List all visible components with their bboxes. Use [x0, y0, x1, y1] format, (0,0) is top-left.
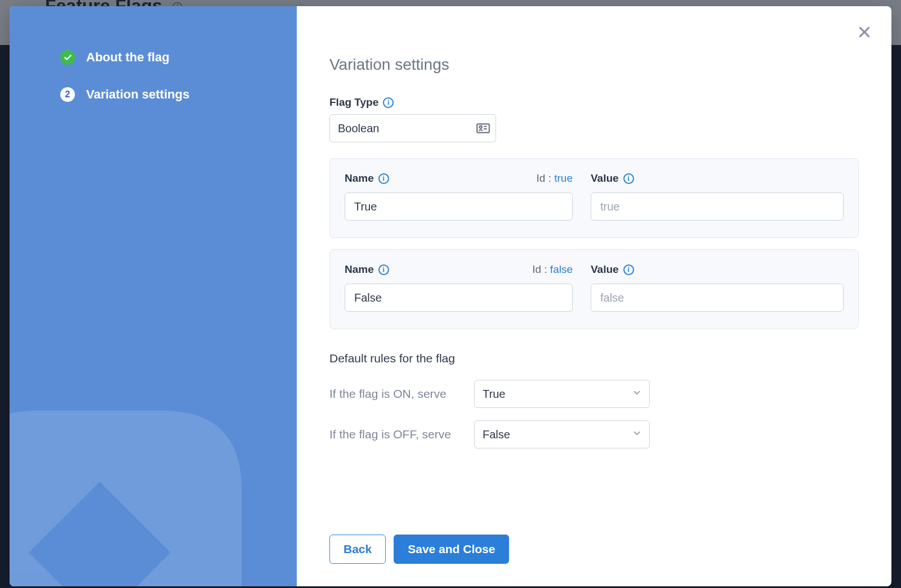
- step-label: Variation settings: [86, 87, 189, 102]
- info-icon[interactable]: i: [623, 264, 634, 275]
- save-and-close-button[interactable]: Save and Close: [394, 535, 509, 564]
- close-button[interactable]: [853, 21, 876, 43]
- variation-name-input[interactable]: [345, 192, 573, 221]
- variation-card-true: Name i Id : true Value i: [329, 158, 859, 238]
- info-icon[interactable]: i: [378, 173, 389, 184]
- default-rules-heading: Default rules for the flag: [329, 352, 859, 365]
- rule-on-label: If the flag is ON, serve: [329, 387, 467, 401]
- variation-id-label: Id : false: [532, 263, 573, 276]
- close-icon: [857, 25, 872, 39]
- rule-off-label: If the flag is OFF, serve: [329, 428, 467, 441]
- variation-name-label: Name i: [345, 263, 389, 276]
- info-icon[interactable]: i: [623, 173, 634, 184]
- variation-value-label: Value i: [591, 263, 634, 276]
- rule-off-select[interactable]: False: [474, 420, 650, 448]
- variation-id-label: Id : true: [537, 172, 573, 185]
- create-flag-modal: About the flag 2 Variation settings Vari…: [10, 6, 891, 586]
- variation-value-input: [591, 192, 844, 221]
- check-icon: [60, 50, 75, 65]
- variation-value-label: Value i: [591, 172, 634, 185]
- variation-value-input: [591, 284, 844, 312]
- svg-point-8: [480, 126, 482, 128]
- flag-type-label: Flag Type i: [329, 96, 859, 109]
- content-heading: Variation settings: [329, 56, 859, 74]
- back-button[interactable]: Back: [329, 535, 386, 564]
- chevron-down-icon: [632, 388, 642, 400]
- step-label: About the flag: [86, 50, 170, 65]
- contact-card-icon: [476, 121, 490, 136]
- info-icon[interactable]: i: [383, 97, 394, 108]
- variation-card-false: Name i Id : false Value i: [329, 249, 859, 329]
- variation-name-input[interactable]: [345, 284, 573, 312]
- flag-type-select[interactable]: Boolean: [329, 114, 496, 142]
- chevron-down-icon: [632, 428, 642, 441]
- info-icon[interactable]: i: [378, 264, 389, 275]
- variation-name-label: Name i: [345, 172, 389, 185]
- step-number-badge: 2: [60, 87, 75, 102]
- step-about-the-flag[interactable]: About the flag: [60, 50, 274, 65]
- wizard-sidebar: About the flag 2 Variation settings: [10, 6, 297, 586]
- step-variation-settings[interactable]: 2 Variation settings: [60, 87, 274, 102]
- wizard-content: Variation settings Flag Type i Boolean N…: [297, 6, 891, 586]
- svg-rect-5: [477, 124, 489, 132]
- brand-shape-icon: [10, 395, 257, 586]
- rule-on-select[interactable]: True: [474, 380, 650, 408]
